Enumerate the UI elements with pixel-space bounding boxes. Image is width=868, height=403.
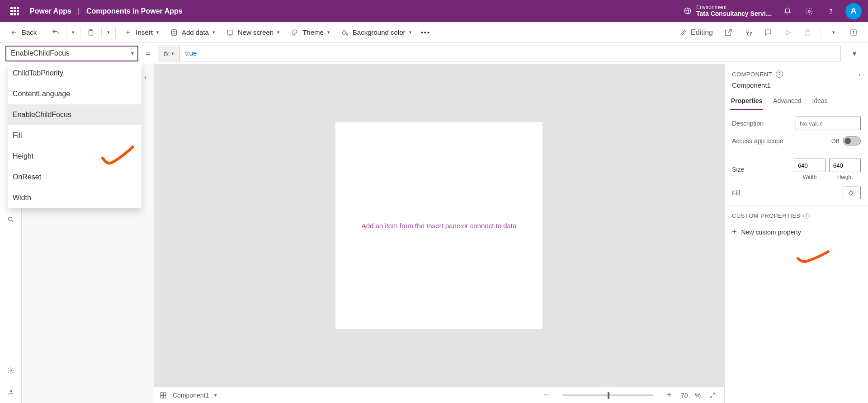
formula-value: true [185, 49, 197, 57]
editing-mode-button[interactable]: Editing [675, 28, 718, 37]
zoom-slider[interactable] [562, 394, 653, 396]
play-icon [784, 29, 792, 36]
svg-rect-8 [807, 30, 809, 31]
undo-more-button[interactable]: ▾ [69, 23, 77, 42]
new-custom-property-button[interactable]: + New custom property [725, 223, 868, 241]
property-option-label: ContentLanguage [13, 90, 70, 98]
gear-icon [805, 7, 813, 15]
property-option-childtabpriority[interactable]: ChildTabPriority [8, 63, 142, 84]
bucket-icon [848, 189, 855, 197]
fit-to-screen-button[interactable] [706, 389, 719, 402]
zoom-value: 70 [681, 392, 688, 399]
connect-data-link[interactable]: connect to data [470, 222, 517, 230]
fx-label-text: fx [164, 50, 169, 57]
svg-rect-15 [160, 395, 163, 398]
virtual-agent-button[interactable] [0, 381, 22, 403]
chevron-down-icon[interactable]: ▾ [214, 392, 217, 398]
svg-rect-14 [164, 393, 166, 395]
custom-properties-header: CUSTOM PROPERTIES [732, 212, 801, 219]
share-button[interactable] [718, 23, 738, 42]
property-option-width[interactable]: Width [8, 187, 142, 208]
height-sublabel: Height [837, 174, 853, 180]
brand-separator: | [78, 7, 80, 15]
formula-input[interactable]: true [180, 49, 840, 57]
info-icon[interactable]: i [803, 213, 810, 219]
property-selector[interactable]: EnableChildFocus ▾ [5, 46, 138, 61]
app-launcher-button[interactable] [4, 0, 25, 22]
svg-point-5 [172, 29, 177, 31]
fill-color-picker[interactable] [843, 187, 861, 199]
ellipsis-icon: ••• [421, 28, 431, 36]
new-screen-button[interactable]: New screen ▾ [221, 23, 285, 42]
avatar-initial: A [851, 6, 857, 16]
chevron-down-icon: ▾ [171, 51, 174, 56]
expand-formula-bar-button[interactable]: ▾ [846, 44, 863, 62]
chevron-down-icon: ▾ [277, 29, 280, 35]
property-option-label: ChildTabPriority [13, 69, 63, 77]
more-commands-button[interactable]: ••• [417, 23, 434, 42]
paste-more-button[interactable]: ▾ [104, 23, 113, 42]
insert-button[interactable]: Insert ▾ [118, 23, 165, 42]
publish-icon [849, 28, 858, 37]
svg-point-10 [8, 217, 12, 221]
theme-button[interactable]: Theme ▾ [285, 23, 335, 42]
property-option-enablechildfocus[interactable]: EnableChildFocus [8, 104, 142, 125]
property-option-onreset[interactable]: OnReset [8, 167, 142, 187]
insert-pane-link[interactable]: Add an item from the Insert pane [362, 222, 460, 230]
info-icon[interactable]: ? [776, 70, 783, 78]
zoom-slider-thumb[interactable] [608, 392, 609, 399]
tab-properties[interactable]: Properties [730, 93, 763, 110]
expand-panel-button[interactable]: › [859, 71, 861, 78]
add-data-button[interactable]: Add data ▾ [165, 23, 221, 42]
settings-button[interactable] [798, 0, 820, 22]
collapse-tree-button[interactable]: ‹ [142, 70, 149, 84]
component-canvas[interactable]: Add an item from the Insert pane or conn… [335, 122, 542, 329]
property-option-height[interactable]: Height [8, 146, 142, 167]
help-button[interactable] [820, 0, 842, 22]
undo-button[interactable] [48, 23, 63, 42]
chevron-down-icon: ▾ [212, 29, 215, 35]
property-selector-value: EnableChildFocus [11, 49, 70, 57]
screen-icon [226, 28, 234, 37]
preview-button[interactable] [778, 23, 798, 42]
fx-button[interactable]: fx ▾ [158, 46, 180, 61]
tab-ideas[interactable]: Ideas [811, 93, 829, 110]
settings-rail-button[interactable] [0, 360, 22, 381]
description-input[interactable] [796, 117, 861, 130]
comment-icon [764, 28, 772, 37]
chevron-down-icon: ▾ [853, 49, 856, 58]
environment-picker[interactable]: Environment Tata Consultancy Servic... [684, 5, 773, 18]
component-name: Component1 [725, 80, 868, 93]
width-input[interactable] [794, 159, 826, 172]
property-option-label: Fill [13, 131, 22, 140]
paste-button[interactable] [83, 23, 99, 42]
clipboard-icon [87, 28, 95, 37]
gear-icon [7, 367, 14, 374]
access-scope-toggle[interactable] [843, 136, 861, 145]
property-option-fill[interactable]: Fill [8, 125, 142, 146]
svg-rect-6 [227, 30, 233, 34]
property-option-contentlanguage[interactable]: ContentLanguage [8, 84, 142, 104]
search-button[interactable] [0, 209, 22, 230]
bg-color-label: Background color [353, 28, 406, 36]
property-option-label: Height [13, 152, 33, 160]
background-color-button[interactable]: Background color ▾ [335, 23, 417, 42]
tab-advanced[interactable]: Advanced [772, 93, 802, 110]
status-component-name[interactable]: Component1 [173, 392, 209, 399]
publish-button[interactable] [844, 23, 863, 42]
description-label: Description [732, 120, 796, 127]
back-button[interactable]: Back [5, 23, 42, 42]
notifications-button[interactable] [777, 0, 798, 22]
chevron-down-icon: ▾ [72, 29, 75, 35]
save-button[interactable] [798, 23, 818, 42]
user-avatar[interactable]: A [845, 3, 862, 19]
chevron-down-icon[interactable]: ▾ [131, 50, 134, 56]
canvas-area: Add an item from the Insert pane or conn… [154, 64, 724, 387]
back-label: Back [22, 28, 37, 36]
comments-button[interactable] [758, 23, 778, 42]
height-input[interactable] [829, 159, 861, 172]
zoom-in-button[interactable]: + [663, 389, 675, 402]
save-more-button[interactable]: ▾ [824, 23, 844, 42]
checker-button[interactable] [738, 23, 758, 42]
zoom-out-button[interactable]: − [540, 389, 552, 402]
